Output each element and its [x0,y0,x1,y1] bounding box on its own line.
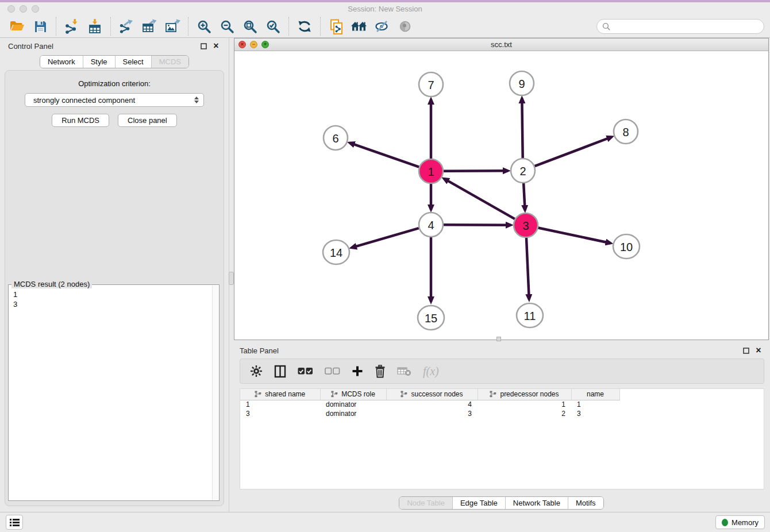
splitter-handle[interactable] [229,272,234,285]
edge-4-14[interactable] [352,228,419,248]
export-network-button[interactable] [115,17,138,36]
import-network-button[interactable] [60,17,83,36]
cell-shared-name[interactable]: 1 [240,400,320,409]
select-all-button[interactable] [298,367,313,375]
column-header-mcds-role[interactable]: MCDS role [320,389,386,400]
deselect-all-button[interactable] [325,367,340,375]
tab-node-table[interactable]: Node Table [399,497,453,509]
tab-edge-table[interactable]: Edge Table [453,497,506,509]
cell-successor-nodes[interactable]: 4 [386,400,478,409]
open-session-button[interactable] [6,17,29,36]
plus-icon [352,365,363,377]
tab-mcds[interactable]: MCDS [152,56,188,68]
close-panel-icon[interactable]: × [211,41,221,51]
column-label: predecessor nodes [500,390,559,398]
export-image-button[interactable] [161,17,184,36]
mcds-result-item: 3 [13,299,219,309]
show-graphics-button[interactable] [394,17,417,36]
edge-1-2[interactable] [444,171,508,171]
eye-disabled-icon [398,20,412,33]
node-15[interactable]: 15 [418,306,444,330]
float-table-panel-icon[interactable] [741,346,750,355]
table-options-button[interactable] [250,365,263,377]
column-type-icon [401,391,407,398]
column-header-name[interactable]: name [571,389,619,400]
node-2[interactable]: 2 [511,159,535,183]
cell-mcds-role[interactable]: dominator [320,409,386,418]
task-history-button[interactable] [6,515,23,530]
node-6[interactable]: 6 [324,126,348,150]
memory-button[interactable]: Memory [715,515,765,529]
node-1[interactable]: 1 [419,159,443,183]
save-session-button[interactable] [29,17,52,36]
optimization-criterion-dropdown[interactable]: strongly connected component [25,93,204,107]
close-table-panel-icon[interactable]: × [754,346,763,355]
zoom-fit-button[interactable] [238,17,261,36]
tab-network[interactable]: Network [40,56,83,68]
edge-3-1[interactable] [444,179,515,219]
svg-text:7: 7 [428,79,434,91]
tab-style[interactable]: Style [83,56,116,68]
network-maximize-button[interactable]: + [261,41,269,48]
column-header-successor-nodes[interactable]: successor nodes [386,389,478,400]
edge-2-3[interactable] [523,183,525,210]
column-visibility-button[interactable] [274,365,286,378]
zoom-selected-button[interactable] [261,17,284,36]
edge-4-3[interactable] [444,225,511,225]
node-11[interactable]: 11 [517,303,543,327]
edge-3-10[interactable] [538,228,611,244]
cell-predecessor-nodes[interactable]: 1 [478,400,571,409]
cell-successor-nodes[interactable]: 3 [386,409,478,418]
tab-select[interactable]: Select [116,56,152,68]
import-table-button[interactable] [83,17,106,36]
network-window-titlebar[interactable]: × − + scc.txt [234,38,768,51]
cell-shared-name[interactable]: 3 [240,409,320,418]
network-canvas[interactable]: 7968124314101511 [234,51,768,340]
edge-2-8[interactable] [535,137,612,166]
apply-layout-button[interactable] [293,17,316,36]
zoom-in-icon [197,20,211,34]
node-9[interactable]: 9 [510,71,534,95]
status-bar: Memory [0,512,770,532]
network-close-button[interactable]: × [238,41,246,48]
zoom-window-button[interactable] [32,5,39,13]
result-scrollbar[interactable] [212,286,218,500]
node-8[interactable]: 8 [614,119,638,144]
column-header-shared-name[interactable]: shared name [240,389,320,400]
tab-network-table[interactable]: Network Table [506,497,568,509]
cell-name[interactable]: 1 [571,400,619,409]
cell-predecessor-nodes[interactable]: 2 [478,409,571,418]
zoom-in-button[interactable] [192,17,215,36]
export-table-button[interactable] [138,17,161,36]
minimize-window-button[interactable] [20,5,27,13]
node-10[interactable]: 10 [613,234,640,259]
edge-1-6[interactable] [350,143,419,167]
search-input[interactable] [614,22,759,31]
run-mcds-button[interactable]: Run MCDS [52,114,109,127]
close-window-button[interactable] [7,5,15,13]
export-table-icon [142,19,157,34]
table-panel-header: Table Panel × [234,342,769,358]
node-4[interactable]: 4 [419,213,443,237]
edge-3-11[interactable] [526,238,529,299]
hide-selected-button[interactable] [371,17,394,36]
tab-motifs[interactable]: Motifs [568,497,603,509]
cell-mcds-role[interactable]: dominator [320,400,386,409]
edge-2-9[interactable] [522,98,522,158]
node-3[interactable]: 3 [514,213,538,237]
add-column-button[interactable] [352,365,363,377]
network-minimize-button[interactable]: − [250,41,257,48]
zoom-out-button[interactable] [215,17,238,36]
canvas-resize-handle[interactable] [496,337,501,341]
node-14[interactable]: 14 [323,240,349,264]
cell-name[interactable]: 3 [571,409,619,418]
node-7[interactable]: 7 [419,72,443,97]
duplicate-network-button[interactable] [325,17,348,36]
column-header-predecessor-nodes[interactable]: predecessor nodes [478,389,571,400]
close-panel-button[interactable]: Close panel [118,114,177,127]
svg-text:10: 10 [620,241,633,253]
first-neighbors-button[interactable] [348,17,371,36]
delete-column-button[interactable] [375,365,386,378]
float-panel-icon[interactable] [199,41,208,51]
svg-text:15: 15 [425,312,437,325]
